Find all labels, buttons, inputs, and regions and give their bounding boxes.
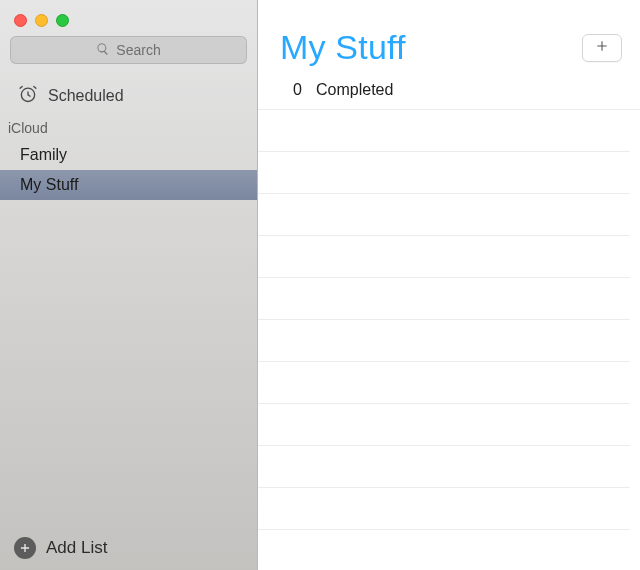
scheduled-row[interactable]: Scheduled <box>0 74 257 120</box>
window-controls <box>0 0 257 30</box>
reminder-line[interactable] <box>258 446 630 488</box>
reminder-line[interactable] <box>258 362 630 404</box>
sidebar-lists: Family My Stuff <box>0 140 257 200</box>
completed-row[interactable]: 0 Completed <box>258 81 640 110</box>
search-input[interactable]: Search <box>10 36 247 64</box>
completed-count: 0 <box>286 81 302 99</box>
reminder-line[interactable] <box>258 110 630 152</box>
reminder-line[interactable] <box>258 236 630 278</box>
reminder-line[interactable] <box>258 194 630 236</box>
sidebar-item-label: Family <box>20 146 67 164</box>
reminder-line[interactable] <box>258 152 630 194</box>
reminder-line[interactable] <box>258 320 630 362</box>
scheduled-label: Scheduled <box>48 87 124 105</box>
sidebar-item-my-stuff[interactable]: My Stuff <box>0 170 257 200</box>
reminder-line[interactable] <box>258 404 630 446</box>
section-icloud-label: iCloud <box>0 120 257 140</box>
reminder-line[interactable] <box>258 488 630 530</box>
plus-icon <box>594 38 610 58</box>
sidebar-item-label: My Stuff <box>20 176 78 194</box>
search-placeholder: Search <box>116 42 160 58</box>
sidebar: Search Scheduled iCloud Family My Stuff … <box>0 0 258 570</box>
add-list-label: Add List <box>46 538 107 558</box>
main-panel: My Stuff 0 Completed <box>258 0 640 570</box>
close-window-button[interactable] <box>14 14 27 27</box>
plus-circle-icon <box>14 537 36 559</box>
clock-icon <box>18 84 38 108</box>
add-list-button[interactable]: Add List <box>0 526 257 570</box>
search-icon <box>96 42 110 59</box>
reminder-line[interactable] <box>258 278 630 320</box>
list-title: My Stuff <box>280 28 406 67</box>
sidebar-item-family[interactable]: Family <box>0 140 257 170</box>
minimize-window-button[interactable] <box>35 14 48 27</box>
add-reminder-button[interactable] <box>582 34 622 62</box>
fullscreen-window-button[interactable] <box>56 14 69 27</box>
reminder-lines <box>258 110 640 530</box>
completed-label: Completed <box>316 81 393 99</box>
